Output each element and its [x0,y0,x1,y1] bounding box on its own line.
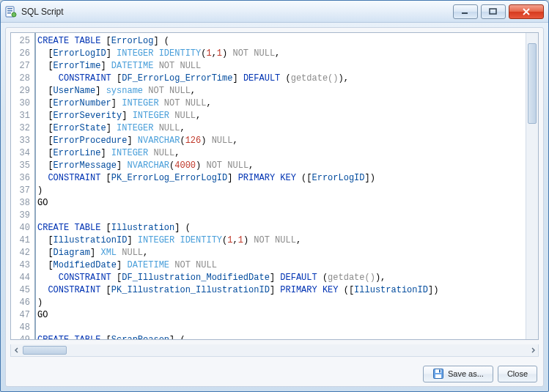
app-icon [5,6,17,18]
content-panel: 25 26 27 28 29 30 31 32 33 34 35 36 37 3… [5,27,544,387]
vertical-scrollbar-thumb[interactable] [528,43,537,124]
app-window: SQL Script 25 26 27 28 29 30 31 32 33 34… [0,0,549,392]
svg-rect-5 [462,12,468,14]
vertical-scrollbar[interactable] [526,33,538,339]
scroll-right-button[interactable] [527,345,538,355]
save-as-label: Save as... [448,369,484,378]
minimize-button[interactable] [453,4,478,19]
svg-rect-9 [439,370,441,373]
save-icon [432,368,444,380]
horizontal-scrollbar-thumb[interactable] [23,346,67,355]
window-title: SQL Script [21,7,64,17]
svg-rect-3 [7,12,11,14]
maximize-button[interactable] [481,4,506,19]
code-editor[interactable]: 25 26 27 28 29 30 31 32 33 34 35 36 37 3… [10,32,539,340]
horizontal-scrollbar[interactable] [10,344,539,357]
code-area[interactable]: CREATE TABLE [ErrorLog] ( [ErrorLogID] I… [36,33,526,339]
svg-rect-6 [490,9,496,14]
save-as-button[interactable]: Save as... [423,366,493,382]
svg-point-4 [12,12,16,17]
svg-rect-2 [7,10,12,12]
footer-bar: Save as... Close [6,361,543,386]
scroll-left-button[interactable] [11,345,22,355]
line-gutter: 25 26 27 28 29 30 31 32 33 34 35 36 37 3… [11,33,36,339]
svg-rect-1 [7,8,12,10]
svg-rect-10 [435,374,441,378]
close-dialog-button[interactable]: Close [498,366,537,382]
close-button[interactable] [509,4,544,19]
close-dialog-label: Close [507,369,528,378]
titlebar[interactable]: SQL Script [1,1,548,23]
